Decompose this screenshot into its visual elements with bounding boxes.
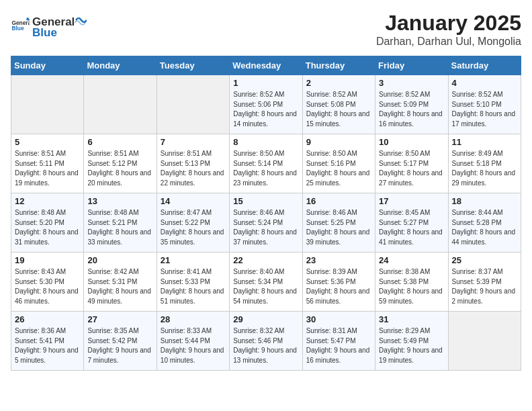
logo: General Blue General Blue [11,11,87,40]
day-info: Sunrise: 8:52 AMSunset: 5:06 PMDaylight:… [233,90,298,129]
day-number: 29 [233,314,298,324]
svg-text:Blue: Blue [11,25,24,32]
day-number: 31 [379,314,444,324]
day-cell: 31Sunrise: 8:29 AMSunset: 5:49 PMDayligh… [375,312,448,371]
day-number: 28 [161,314,226,324]
day-cell [84,75,157,134]
day-cell: 14Sunrise: 8:47 AMSunset: 5:22 PMDayligh… [157,193,229,253]
day-info: Sunrise: 8:50 AMSunset: 5:16 PMDaylight:… [306,149,371,188]
day-info: Sunrise: 8:48 AMSunset: 5:21 PMDaylight:… [87,208,152,247]
day-cell: 13Sunrise: 8:48 AMSunset: 5:21 PMDayligh… [84,193,157,253]
day-info: Sunrise: 8:46 AMSunset: 5:24 PMDaylight:… [233,208,298,247]
day-info: Sunrise: 8:49 AMSunset: 5:18 PMDaylight:… [452,149,517,188]
day-cell: 26Sunrise: 8:36 AMSunset: 5:41 PMDayligh… [11,312,84,371]
day-info: Sunrise: 8:29 AMSunset: 5:49 PMDaylight:… [379,326,444,365]
day-cell: 19Sunrise: 8:43 AMSunset: 5:30 PMDayligh… [11,253,84,312]
day-number: 10 [379,137,444,147]
week-row-5: 26Sunrise: 8:36 AMSunset: 5:41 PMDayligh… [11,312,521,371]
week-row-1: 1Sunrise: 8:52 AMSunset: 5:06 PMDaylight… [11,75,521,134]
day-number: 14 [161,196,226,206]
day-cell: 20Sunrise: 8:42 AMSunset: 5:31 PMDayligh… [84,253,157,312]
day-cell: 16Sunrise: 8:46 AMSunset: 5:25 PMDayligh… [302,193,375,253]
week-row-4: 19Sunrise: 8:43 AMSunset: 5:30 PMDayligh… [11,253,521,312]
day-number: 5 [15,137,80,147]
day-header-sunday: Sunday [11,56,84,75]
day-info: Sunrise: 8:42 AMSunset: 5:31 PMDaylight:… [87,267,152,306]
day-number: 8 [233,137,298,147]
day-header-monday: Monday [84,56,157,75]
day-cell: 2Sunrise: 8:52 AMSunset: 5:08 PMDaylight… [302,75,375,134]
day-info: Sunrise: 8:50 AMSunset: 5:14 PMDaylight:… [233,149,298,188]
logo-icon: General Blue [11,16,30,35]
day-cell [11,75,84,134]
calendar-subtitle: Darhan, Darhan Uul, Mongolia [376,36,521,48]
day-cell: 9Sunrise: 8:50 AMSunset: 5:16 PMDaylight… [302,134,375,193]
day-cell: 27Sunrise: 8:35 AMSunset: 5:42 PMDayligh… [84,312,157,371]
day-cell: 10Sunrise: 8:50 AMSunset: 5:17 PMDayligh… [375,134,448,193]
day-info: Sunrise: 8:50 AMSunset: 5:17 PMDaylight:… [379,149,444,188]
day-cell: 15Sunrise: 8:46 AMSunset: 5:24 PMDayligh… [230,193,302,253]
logo-wave-icon [75,11,87,26]
day-info: Sunrise: 8:44 AMSunset: 5:28 PMDaylight:… [452,208,517,247]
day-cell: 22Sunrise: 8:40 AMSunset: 5:34 PMDayligh… [230,253,302,312]
day-number: 21 [161,255,226,265]
day-header-tuesday: Tuesday [157,56,229,75]
day-info: Sunrise: 8:35 AMSunset: 5:42 PMDaylight:… [87,326,152,365]
day-info: Sunrise: 8:38 AMSunset: 5:38 PMDaylight:… [379,267,444,306]
header: General Blue General Blue January 2025 D… [11,11,521,48]
day-cell: 1Sunrise: 8:52 AMSunset: 5:06 PMDaylight… [230,75,302,134]
day-info: Sunrise: 8:45 AMSunset: 5:27 PMDaylight:… [379,208,444,247]
day-cell: 8Sunrise: 8:50 AMSunset: 5:14 PMDaylight… [230,134,302,193]
day-number: 16 [306,196,371,206]
day-header-wednesday: Wednesday [230,56,302,75]
day-cell: 25Sunrise: 8:37 AMSunset: 5:39 PMDayligh… [448,253,521,312]
week-row-3: 12Sunrise: 8:48 AMSunset: 5:20 PMDayligh… [11,193,521,253]
day-number: 17 [379,196,444,206]
week-row-2: 5Sunrise: 8:51 AMSunset: 5:11 PMDaylight… [11,134,521,193]
day-cell: 18Sunrise: 8:44 AMSunset: 5:28 PMDayligh… [448,193,521,253]
day-number: 7 [161,137,226,147]
day-info: Sunrise: 8:43 AMSunset: 5:30 PMDaylight:… [15,267,80,306]
day-info: Sunrise: 8:48 AMSunset: 5:20 PMDaylight:… [15,208,80,247]
day-cell: 6Sunrise: 8:51 AMSunset: 5:12 PMDaylight… [84,134,157,193]
day-info: Sunrise: 8:31 AMSunset: 5:47 PMDaylight:… [306,326,371,365]
day-info: Sunrise: 8:52 AMSunset: 5:08 PMDaylight:… [306,90,371,129]
day-header-thursday: Thursday [302,56,375,75]
day-number: 11 [452,137,517,147]
day-number: 15 [233,196,298,206]
day-number: 22 [233,255,298,265]
calendar-table: SundayMondayTuesdayWednesdayThursdayFrid… [11,56,521,371]
day-cell: 3Sunrise: 8:52 AMSunset: 5:09 PMDaylight… [375,75,448,134]
day-number: 1 [233,78,298,88]
day-info: Sunrise: 8:32 AMSunset: 5:46 PMDaylight:… [233,326,298,365]
day-info: Sunrise: 8:46 AMSunset: 5:25 PMDaylight:… [306,208,371,247]
day-number: 6 [87,137,152,147]
day-number: 25 [452,255,517,265]
day-cell: 28Sunrise: 8:33 AMSunset: 5:44 PMDayligh… [157,312,229,371]
day-header-saturday: Saturday [448,56,521,75]
title-area: January 2025 Darhan, Darhan Uul, Mongoli… [376,11,521,48]
day-number: 19 [15,255,80,265]
day-info: Sunrise: 8:40 AMSunset: 5:34 PMDaylight:… [233,267,298,306]
day-cell: 4Sunrise: 8:52 AMSunset: 5:10 PMDaylight… [448,75,521,134]
day-info: Sunrise: 8:52 AMSunset: 5:10 PMDaylight:… [452,90,517,129]
day-info: Sunrise: 8:47 AMSunset: 5:22 PMDaylight:… [161,208,226,247]
day-number: 20 [87,255,152,265]
day-number: 24 [379,255,444,265]
day-info: Sunrise: 8:51 AMSunset: 5:13 PMDaylight:… [161,149,226,188]
day-info: Sunrise: 8:51 AMSunset: 5:11 PMDaylight:… [15,149,80,188]
day-number: 23 [306,255,371,265]
day-info: Sunrise: 8:41 AMSunset: 5:33 PMDaylight:… [161,267,226,306]
day-cell: 11Sunrise: 8:49 AMSunset: 5:18 PMDayligh… [448,134,521,193]
day-cell: 23Sunrise: 8:39 AMSunset: 5:36 PMDayligh… [302,253,375,312]
day-cell: 7Sunrise: 8:51 AMSunset: 5:13 PMDaylight… [157,134,229,193]
days-header-row: SundayMondayTuesdayWednesdayThursdayFrid… [11,56,521,75]
day-number: 30 [306,314,371,324]
day-number: 2 [306,78,371,88]
day-info: Sunrise: 8:39 AMSunset: 5:36 PMDaylight:… [306,267,371,306]
day-number: 18 [452,196,517,206]
day-number: 3 [379,78,444,88]
day-info: Sunrise: 8:36 AMSunset: 5:41 PMDaylight:… [15,326,80,365]
day-info: Sunrise: 8:51 AMSunset: 5:12 PMDaylight:… [87,149,152,188]
day-info: Sunrise: 8:33 AMSunset: 5:44 PMDaylight:… [161,326,226,365]
